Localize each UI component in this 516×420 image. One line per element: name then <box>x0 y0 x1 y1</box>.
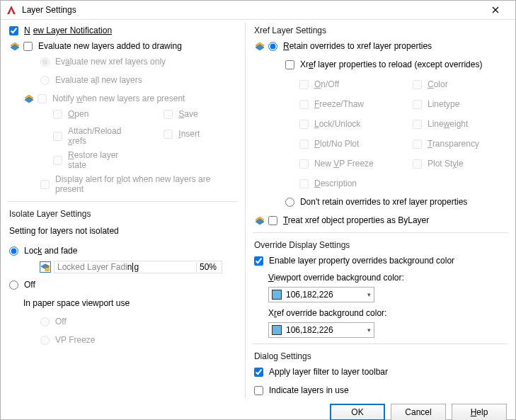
xref-color: Color <box>413 79 448 89</box>
color-swatch <box>272 325 282 335</box>
xref-onoff: On/Off <box>299 79 339 89</box>
xref-dont-retain[interactable]: Don't retain overrides to xref layer pro… <box>285 197 467 207</box>
isolate-off[interactable]: Off <box>9 280 35 290</box>
xref-lock: Lock/Unlock <box>299 119 360 129</box>
xref-linetype: Linetype <box>413 99 459 109</box>
notify-restore: Restore layer state <box>53 150 135 170</box>
xref-color-select[interactable]: 106,182,226 ▾ <box>268 322 374 338</box>
xref-freeze: Freeze/Thaw <box>299 99 364 109</box>
layers-icon <box>254 40 265 52</box>
indicate-in-use[interactable]: Indicate layers in use <box>254 385 349 395</box>
layers-icon <box>9 40 21 52</box>
xref-transp: Transparency <box>413 139 479 149</box>
xref-treat-bylayer[interactable]: Treat xref object properties as ByLayer <box>268 215 429 225</box>
ok-button[interactable]: OK <box>330 404 385 420</box>
notify-when-present: Notify when new layers are present <box>38 93 185 103</box>
new-layer-notif-checkbox[interactable] <box>9 26 18 35</box>
svg-rect-6 <box>45 268 49 271</box>
close-icon <box>492 6 499 13</box>
eval-xref-only: Evaluate new xref layers only <box>40 57 166 67</box>
svg-marker-0 <box>7 6 16 14</box>
vp-color-select[interactable]: 106,182,226 ▾ <box>268 287 374 302</box>
app-icon <box>5 4 18 16</box>
help-button[interactable]: Help <box>452 404 507 420</box>
override-section-label: Override Display Settings <box>254 240 508 250</box>
apply-filter[interactable]: Apply layer filter to layer toolbar <box>254 367 388 377</box>
override-enable[interactable]: Enable layer property overrides backgrou… <box>254 256 454 266</box>
isolate-section-label: Isolate Layer Settings <box>9 209 238 219</box>
notify-insert: Insert <box>164 129 200 139</box>
xref-newvp: New VP Freeze <box>299 159 374 169</box>
layers-icon <box>254 215 265 226</box>
locked-fade-input[interactable]: Locked Layer Fading 50% <box>54 261 222 273</box>
paperspace-label: In paper space viewport use <box>23 298 130 308</box>
xref-section-label: Xref Layer Settings <box>254 25 508 35</box>
eval-new-layers-added[interactable]: Evaluate new layers added to drawing <box>23 41 182 51</box>
chevron-down-icon: ▾ <box>367 327 371 334</box>
locked-fade-row: Locked Layer Fading 50% <box>39 260 223 274</box>
xref-lineweight: Lineweight <box>413 119 468 129</box>
titlebar: Layer Settings <box>1 1 515 20</box>
xref-reload[interactable]: Xref layer properties to reload (except … <box>285 59 482 69</box>
locked-layers-icon <box>40 261 51 273</box>
notify-save: Save <box>164 109 197 119</box>
xref-color-label: Xref override background color: <box>268 308 386 318</box>
xref-plot: Plot/No Plot <box>299 139 359 149</box>
notify-open: Open <box>53 109 88 119</box>
xref-plotstyle: Plot Style <box>413 159 464 169</box>
close-button[interactable] <box>481 1 510 19</box>
layers-icon <box>23 93 35 104</box>
xref-retain[interactable]: Retain overrides to xref layer propertie… <box>268 41 432 51</box>
chevron-down-icon: ▾ <box>367 291 371 298</box>
dialog-title: Layer Settings <box>22 5 481 15</box>
isolate-lock-fade[interactable]: Lock and fade <box>9 246 77 256</box>
dialog-settings-label: Dialog Settings <box>254 351 508 361</box>
xref-desc: Description <box>299 178 357 188</box>
ps-off: Off <box>40 317 67 327</box>
notify-attach-xrefs: Attach/Reload xrefs <box>53 126 135 146</box>
eval-new-layers-checkbox[interactable] <box>23 42 33 51</box>
color-swatch <box>272 290 282 300</box>
vp-color-label: Viewport override background color: <box>268 273 404 283</box>
eval-all-layers: Evaluate all new layers <box>40 75 142 85</box>
cancel-button[interactable]: Cancel <box>391 404 446 420</box>
fade-percent: 50% <box>196 262 220 272</box>
new-layer-notif-header[interactable]: New Layer Notification <box>8 23 238 38</box>
eval-new-layers-row: Evaluate new layers added to drawing <box>8 38 238 54</box>
ps-vp-freeze: VP Freeze <box>40 335 95 345</box>
isolate-setting-label: Setting for layers not isolated <box>9 226 119 236</box>
dialog-footer: OK Cancel Help <box>1 398 515 420</box>
layer-settings-dialog: { "title": "Layer Settings", "newLayer":… <box>0 0 516 420</box>
display-alert-plot: Display alert for plot when new layers a… <box>40 174 238 194</box>
